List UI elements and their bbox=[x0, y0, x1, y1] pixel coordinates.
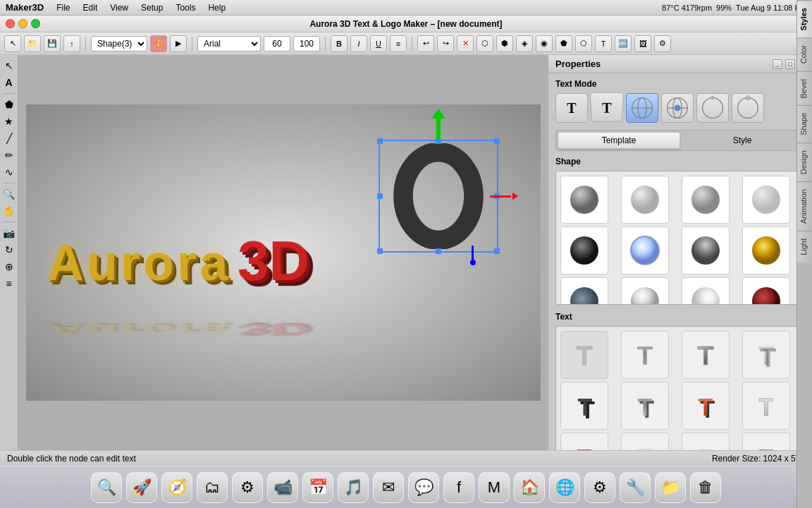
tool-save[interactable]: 💾 bbox=[44, 35, 61, 52]
menu-file[interactable]: File bbox=[51, 1, 75, 14]
tool-rotate[interactable]: ↻ bbox=[1, 242, 17, 258]
tool-3d-3[interactable]: ◈ bbox=[516, 35, 533, 52]
text-style-8[interactable]: T bbox=[560, 433, 608, 450]
underline-button[interactable]: U bbox=[370, 35, 387, 52]
tool-pointer[interactable]: ↖ bbox=[1, 58, 17, 73]
text-style-1[interactable]: T bbox=[621, 331, 669, 379]
tool-hand[interactable]: ✋ bbox=[1, 203, 17, 219]
mode-btn-wave[interactable] bbox=[696, 93, 729, 123]
shape-item-9[interactable] bbox=[621, 277, 669, 305]
props-minimize-btn[interactable]: _ bbox=[773, 59, 782, 69]
tool-export[interactable]: ↑ bbox=[63, 35, 80, 52]
shape-item-10[interactable] bbox=[682, 277, 730, 305]
tool-color[interactable]: 🎨 bbox=[150, 35, 167, 52]
menu-help[interactable]: Help bbox=[202, 1, 231, 14]
tool-settings[interactable]: ⚙ bbox=[654, 35, 671, 52]
handle-br[interactable] bbox=[494, 248, 500, 254]
shape-item-7[interactable] bbox=[742, 226, 790, 274]
dock-itunes[interactable]: 🎵 bbox=[338, 472, 369, 503]
tool-play[interactable]: ▶ bbox=[170, 35, 187, 52]
shape-item-0[interactable] bbox=[560, 176, 608, 224]
tool-shape[interactable]: ⬟ bbox=[1, 97, 17, 112]
mode-btn-arc[interactable] bbox=[661, 93, 694, 123]
tool-misc1[interactable]: ⊕ bbox=[1, 259, 17, 274]
tool-3d-4[interactable]: ◉ bbox=[536, 35, 553, 52]
tool-redo[interactable]: ↪ bbox=[437, 35, 454, 52]
font-size-input[interactable] bbox=[264, 36, 290, 52]
text-style-0[interactable]: T bbox=[560, 331, 608, 379]
text-style-3[interactable]: T T bbox=[742, 331, 790, 379]
font-select[interactable]: Arial Helvetica bbox=[197, 36, 261, 52]
menu-edit[interactable]: Edit bbox=[78, 1, 104, 14]
handle-bl[interactable] bbox=[377, 248, 383, 254]
text-style-2[interactable]: T bbox=[682, 331, 730, 379]
tool-3d-6[interactable]: ⬠ bbox=[575, 35, 592, 52]
tool-3d-7[interactable]: T bbox=[595, 35, 612, 52]
dock-sys1[interactable]: ⚙ bbox=[584, 472, 615, 503]
canvas-area[interactable]: Aurora 3D Aurora 3D bbox=[18, 55, 548, 450]
template-tab[interactable]: Template bbox=[558, 132, 680, 149]
tool-misc2[interactable]: ≡ bbox=[1, 276, 17, 291]
tool-pencil[interactable]: ✏ bbox=[1, 147, 17, 163]
text-style-4[interactable]: T T bbox=[560, 382, 608, 430]
minimize-button[interactable] bbox=[18, 19, 27, 28]
shape-item-8[interactable] bbox=[560, 277, 608, 305]
shape-item-3[interactable] bbox=[742, 176, 790, 224]
mode-btn-raised[interactable]: T bbox=[590, 92, 625, 122]
text-style-7[interactable]: T bbox=[742, 382, 790, 430]
dock-finder[interactable]: 🔍 bbox=[91, 472, 122, 503]
right-tab-shape[interactable]: Shape bbox=[797, 105, 813, 143]
dock-fb[interactable]: f bbox=[443, 472, 474, 503]
shape-select[interactable]: Shape(3) Shape(1) Shape(2) bbox=[91, 36, 147, 52]
mode-btn-flat[interactable]: T bbox=[555, 93, 588, 123]
handle-tl[interactable] bbox=[377, 138, 383, 144]
menu-setup[interactable]: Setup bbox=[135, 1, 168, 14]
mode-btn-sphere[interactable] bbox=[626, 93, 658, 123]
dock-sys3[interactable]: 📁 bbox=[655, 472, 686, 503]
text-style-6[interactable]: T T bbox=[682, 382, 730, 430]
dock-finder2[interactable]: 🏠 bbox=[514, 472, 545, 503]
dock-launchpad[interactable]: 🚀 bbox=[126, 472, 157, 503]
tool-zoom[interactable]: 🔍 bbox=[1, 186, 17, 202]
dock-safari[interactable]: 🧭 bbox=[161, 472, 192, 503]
text-style-10[interactable]: T bbox=[682, 433, 730, 450]
maximize-button[interactable] bbox=[31, 19, 40, 28]
font-width-input[interactable] bbox=[293, 36, 320, 52]
dock-prefs[interactable]: ⚙ bbox=[232, 472, 263, 503]
dock-facetime[interactable]: 📹 bbox=[267, 472, 298, 503]
dock-m1[interactable]: M bbox=[479, 472, 510, 503]
tool-open[interactable]: 📁 bbox=[24, 35, 41, 52]
tool-3d-2[interactable]: ⬢ bbox=[496, 35, 513, 52]
selected-object[interactable] bbox=[379, 140, 498, 253]
align-left-button[interactable]: ≡ bbox=[390, 35, 407, 52]
handle-lm[interactable] bbox=[377, 193, 383, 199]
handle-bm[interactable] bbox=[436, 248, 441, 254]
right-tab-animation[interactable]: Animation bbox=[797, 181, 813, 231]
dock-safari2[interactable]: 🌐 bbox=[549, 472, 580, 503]
menu-view[interactable]: View bbox=[104, 1, 134, 14]
text-style-9[interactable]: T bbox=[621, 433, 669, 450]
close-button[interactable] bbox=[6, 19, 15, 28]
tool-undo[interactable]: ↩ bbox=[417, 35, 434, 52]
3d-text[interactable]: 3D bbox=[237, 229, 309, 294]
menu-tools[interactable]: Tools bbox=[170, 1, 201, 14]
tool-select[interactable]: ↖ bbox=[4, 35, 21, 52]
tool-camera[interactable]: 📷 bbox=[1, 225, 17, 241]
shape-item-1[interactable] bbox=[621, 176, 669, 224]
tool-3d-5[interactable]: ⬟ bbox=[555, 35, 572, 52]
handle-tr[interactable] bbox=[494, 138, 500, 144]
dock-apps[interactable]: 🗂 bbox=[197, 472, 228, 503]
shape-item-2[interactable] bbox=[682, 176, 730, 224]
italic-button[interactable]: I bbox=[350, 35, 367, 52]
shape-item-5[interactable] bbox=[621, 226, 669, 274]
dock-sys2[interactable]: 🔧 bbox=[620, 472, 651, 503]
tool-line[interactable]: ╱ bbox=[1, 131, 17, 146]
shape-item-4[interactable] bbox=[560, 226, 608, 274]
tool-3d-8[interactable]: 🔤 bbox=[615, 35, 632, 52]
dock-skype[interactable]: 💬 bbox=[408, 472, 439, 503]
dock-trash[interactable]: 🗑 bbox=[690, 472, 721, 503]
tool-img[interactable]: 🖼 bbox=[634, 35, 651, 52]
shape-item-6[interactable] bbox=[682, 226, 730, 274]
aurora-text[interactable]: Aurora bbox=[46, 234, 230, 292]
tool-3d-1[interactable]: ⬡ bbox=[476, 35, 493, 52]
